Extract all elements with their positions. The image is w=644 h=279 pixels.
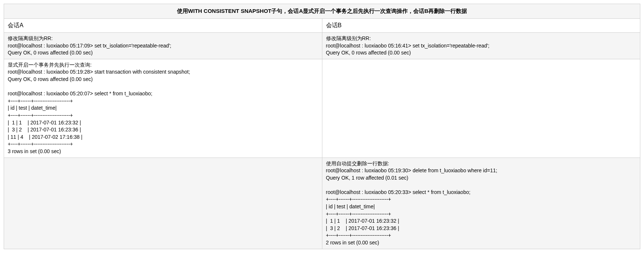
table-title: 使用WITH CONSISTENT SNAPSHOT子句，会话A显式开启一个事务…: [4, 4, 640, 19]
table-cell: 使用自动提交删除一行数据: root@localhost : luoxiaobo…: [322, 158, 640, 249]
column-header-b: 会话B: [322, 19, 640, 33]
comparison-table: 使用WITH CONSISTENT SNAPSHOT子句，会话A显式开启一个事务…: [4, 4, 640, 249]
cell-content: 修改隔离级别为RR: root@localhost : luoxiaobo 05…: [326, 35, 637, 57]
table-cell: 显式开启一个事务并先执行一次查询: root@localhost : luoxi…: [4, 59, 322, 158]
cell-content: 使用自动提交删除一行数据: root@localhost : luoxiaobo…: [326, 160, 637, 247]
cell-content: 修改隔离级别为RR: root@localhost : luoxiaobo 05…: [8, 35, 318, 57]
cell-content: 显式开启一个事务并先执行一次查询: root@localhost : luoxi…: [8, 61, 318, 155]
column-header-a: 会话A: [4, 19, 322, 33]
table-cell: 修改隔离级别为RR: root@localhost : luoxiaobo 05…: [322, 33, 640, 59]
table-cell: 修改隔离级别为RR: root@localhost : luoxiaobo 05…: [4, 33, 322, 59]
table-cell: [322, 59, 640, 158]
table-cell: [4, 158, 322, 249]
